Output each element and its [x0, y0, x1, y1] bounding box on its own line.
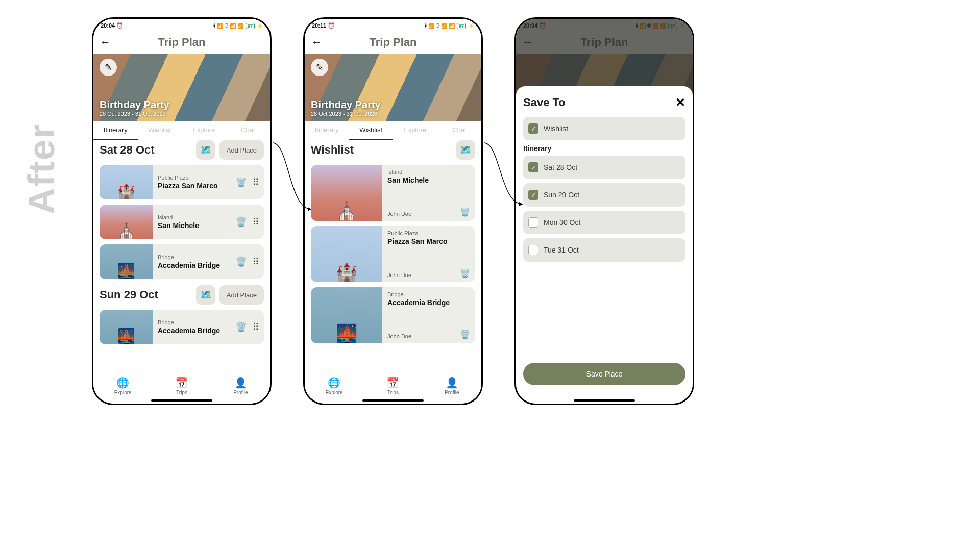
save-option-day[interactable]: Mon 30 Oct [523, 211, 685, 234]
map-icon: 🗺️ [200, 144, 211, 156]
itinerary-card[interactable]: 🌉BridgeAccademia Bridge🗑️⠿ [100, 310, 264, 344]
phone-save-sheet: 20:04 ⏰ ᚼ 📶 ® 📶 📶 97 ⚡ ← Trip Plan Save … [514, 17, 694, 405]
save-option-day[interactable]: Tue 31 Oct [523, 238, 685, 262]
profile-icon: 👤 [234, 377, 247, 389]
calendar-icon: 📅 [175, 377, 188, 389]
pencil-icon: ✎ [105, 62, 112, 73]
place-name: Piazza San Marco [158, 182, 226, 190]
status-icons: ᚼ 📶 ® 📶 📶 97 ⚡ [424, 23, 475, 29]
delete-button[interactable]: 🗑️ [236, 322, 247, 333]
checkbox-icon: ✓ [528, 123, 538, 134]
profile-icon: 👤 [446, 377, 458, 389]
nav-explore[interactable]: 🌐Explore [305, 377, 363, 404]
place-thumb: ⛪ [100, 205, 153, 239]
grip-icon: ⠿ [253, 217, 259, 227]
option-label: Sat 28 Oct [544, 163, 577, 171]
map-icon: 🗺️ [200, 289, 211, 300]
add-place-button[interactable]: Add Place [219, 140, 264, 160]
trash-icon: 🗑️ [236, 217, 247, 227]
edit-hero-button[interactable]: ✎ [311, 59, 328, 76]
place-category: Public Plaza [158, 174, 226, 181]
itinerary-card[interactable]: 🏰Public PlazaPiazza San Marco🗑️⠿ [100, 165, 264, 199]
nav-profile[interactable]: 👤Profile [423, 377, 481, 404]
grip-icon: ⠿ [253, 257, 259, 267]
add-place-button[interactable]: Add Place [219, 285, 264, 305]
delete-button[interactable]: 🗑️ [460, 268, 470, 278]
day-heading: Sun 29 Oct [100, 288, 158, 302]
back-button[interactable]: ← [311, 36, 325, 49]
map-button[interactable]: 🗺️ [196, 285, 215, 305]
trip-dates: 28 Oct 2023 - 31 Oct 2023 [311, 111, 381, 117]
home-indicator[interactable] [574, 399, 635, 402]
wishlist-card[interactable]: ⛪IslandSan MicheleJohn Doe🗑️ [311, 165, 475, 221]
place-name: Piazza San Marco [387, 237, 470, 245]
delete-button[interactable]: 🗑️ [460, 207, 470, 217]
delete-button[interactable]: 🗑️ [236, 177, 247, 188]
day-heading: Sat 28 Oct [100, 143, 155, 157]
delete-button[interactable]: 🗑️ [236, 257, 247, 267]
drag-handle[interactable]: ⠿ [253, 217, 259, 228]
map-button[interactable]: 🗺️ [456, 140, 475, 160]
map-button[interactable]: 🗺️ [196, 140, 215, 160]
delete-button[interactable]: 🗑️ [460, 330, 470, 339]
checkbox-icon: ✓ [528, 162, 538, 172]
save-sheet: Save To ✕ ✓ Wishlist Itinerary ✓Sat 28 O… [516, 86, 693, 404]
edit-hero-button[interactable]: ✎ [100, 59, 117, 76]
place-name: Accademia Bridge [387, 298, 470, 307]
trash-icon: 🗑️ [460, 208, 470, 216]
trip-name: Birthday Party [311, 99, 381, 111]
page-title: Trip Plan [325, 36, 475, 49]
place-name: Accademia Bridge [158, 327, 226, 335]
alarm-icon: ⏰ [116, 22, 124, 29]
save-place-button[interactable]: Save Place [523, 363, 685, 385]
added-by: John Doe [387, 272, 411, 278]
place-thumb: 🌉 [100, 244, 153, 279]
nav-profile[interactable]: 👤Profile [211, 377, 270, 404]
home-indicator[interactable] [362, 399, 424, 402]
place-name: Accademia Bridge [158, 261, 226, 269]
map-icon: 🗺️ [460, 144, 471, 156]
place-thumb: 🌉 [100, 310, 153, 344]
checkbox-icon [528, 217, 538, 228]
status-bar: 20:11 ⏰ ᚼ 📶 ® 📶 📶 97 ⚡ [305, 19, 481, 31]
back-button[interactable]: ← [100, 36, 114, 49]
wishlist-heading: Wishlist [311, 143, 354, 157]
itinerary-card[interactable]: 🌉BridgeAccademia Bridge🗑️⠿ [100, 244, 264, 279]
drag-handle[interactable]: ⠿ [253, 177, 259, 188]
save-option-day[interactable]: ✓Sat 28 Oct [523, 156, 685, 179]
place-name: San Michele [387, 176, 470, 184]
trash-icon: 🗑️ [236, 257, 247, 267]
home-indicator[interactable] [151, 399, 212, 402]
added-by: John Doe [387, 211, 411, 217]
sheet-title: Save To [523, 96, 566, 109]
globe-icon: 🌐 [328, 377, 340, 389]
after-label: After [20, 123, 62, 214]
section-itinerary: Itinerary [523, 144, 685, 153]
place-category: Bridge [387, 291, 470, 297]
wishlist-card[interactable]: 🌉BridgeAccademia BridgeJohn Doe🗑️ [311, 287, 475, 343]
wishlist-card[interactable]: 🏰Public PlazaPiazza San MarcoJohn Doe🗑️ [311, 226, 475, 282]
save-option-day[interactable]: ✓Sun 29 Oct [523, 183, 685, 207]
drag-handle[interactable]: ⠿ [253, 322, 259, 333]
place-thumb: 🏰 [100, 165, 153, 199]
status-icons: ᚼ 📶 ® 📶 📶 97 ⚡ [213, 23, 263, 29]
trash-icon: 🗑️ [236, 178, 247, 187]
save-option-wishlist[interactable]: ✓ Wishlist [523, 117, 685, 140]
hero: ✎ Birthday Party 28 Oct 2023 - 31 Oct 20… [305, 54, 481, 121]
place-category: Bridge [158, 319, 226, 325]
trip-name: Birthday Party [100, 99, 169, 111]
trash-icon: 🗑️ [460, 330, 470, 339]
place-thumb: ⛪ [311, 165, 382, 221]
itinerary-card[interactable]: ⛪IslandSan Michele🗑️⠿ [100, 205, 264, 239]
nav-explore[interactable]: 🌐Explore [93, 377, 152, 404]
delete-button[interactable]: 🗑️ [236, 217, 247, 228]
place-thumb: 🌉 [311, 287, 382, 343]
close-button[interactable]: ✕ [675, 95, 685, 110]
drag-handle[interactable]: ⠿ [253, 257, 259, 267]
hero: ✎ Birthday Party 28 Oct 2023 - 31 Oct 20… [93, 54, 270, 121]
option-label: Tue 31 Oct [544, 246, 579, 254]
added-by: John Doe [387, 333, 411, 339]
pencil-icon: ✎ [316, 62, 323, 73]
phone-itinerary: 20:04 ⏰ ᚼ 📶 ® 📶 📶 97 ⚡ ← Trip Plan ✎ Bir… [92, 17, 272, 405]
option-label: Sun 29 Oct [544, 191, 579, 199]
